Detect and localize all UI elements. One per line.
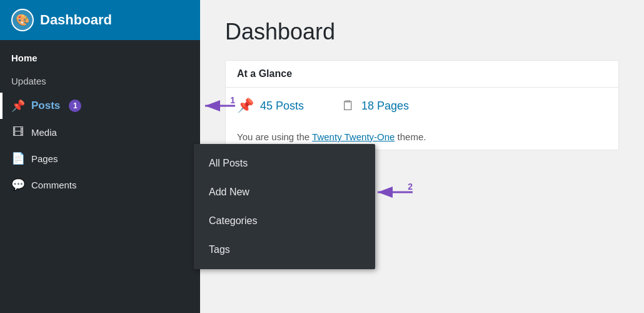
arrow2-annotation: 2 <box>371 182 414 203</box>
pages-stat-link[interactable]: 18 Pages <box>361 100 409 113</box>
posts-icon: 📌 <box>11 99 25 113</box>
pages-stat-icon: 🗒 <box>341 98 355 114</box>
svg-text:2: 2 <box>408 182 413 192</box>
svg-text:1: 1 <box>230 95 235 105</box>
posts-badge: 1 <box>69 100 81 112</box>
categories-label: Categories <box>209 215 257 227</box>
widget-body: 📌 45 Posts 🗒 18 Pages <box>226 88 618 124</box>
posts-stat-link[interactable]: 45 Posts <box>260 100 304 113</box>
sidebar: 🎨 Dashboard Home Updates 📌 Posts 1 <box>0 0 200 313</box>
sidebar-title: Dashboard <box>40 12 112 28</box>
at-a-glance-widget: At a Glance 📌 45 Posts 🗒 18 Pages You ar… <box>225 60 619 150</box>
sidebar-item-media[interactable]: 🎞 Media <box>0 119 200 145</box>
theme-text-prefix: You are using the <box>237 131 312 142</box>
sidebar-item-updates[interactable]: Updates <box>0 69 200 93</box>
page-title: Dashboard <box>225 19 619 45</box>
home-label: Home <box>11 53 38 63</box>
pages-stat: 🗒 18 Pages <box>341 98 409 114</box>
sidebar-item-comments[interactable]: 💬 Comments <box>0 172 200 198</box>
comments-icon: 💬 <box>11 178 25 192</box>
comments-label: Comments <box>31 180 77 190</box>
sidebar-item-pages[interactable]: 📄 Pages <box>0 145 200 172</box>
posts-stat-icon: 📌 <box>237 98 254 114</box>
arrow1-annotation: 1 <box>199 95 236 116</box>
sidebar-nav: Home Updates 📌 Posts 1 1 🎞 <box>0 40 200 198</box>
pages-icon: 📄 <box>11 151 25 165</box>
updates-label: Updates <box>11 76 46 86</box>
add-new-label: Add New <box>209 187 249 198</box>
posts-label: Posts <box>31 100 60 112</box>
submenu-item-tags[interactable]: Tags <box>194 235 375 264</box>
media-icon: 🎞 <box>11 125 25 139</box>
all-posts-label: All Posts <box>209 158 248 169</box>
widget-header: At a Glance <box>226 61 618 88</box>
submenu-item-add-new[interactable]: Add New 2 <box>194 178 375 207</box>
svg-text:🎨: 🎨 <box>16 13 30 27</box>
media-label: Media <box>31 127 57 138</box>
tags-label: Tags <box>209 244 230 255</box>
pages-label: Pages <box>31 153 58 164</box>
theme-text-suffix: theme. <box>395 131 426 142</box>
posts-stat: 📌 45 Posts <box>237 98 304 114</box>
posts-submenu: All Posts Add New 2 Categories Tags <box>194 144 375 269</box>
sidebar-header[interactable]: 🎨 Dashboard <box>0 0 200 40</box>
wp-logo-icon: 🎨 <box>11 9 34 31</box>
sidebar-item-posts[interactable]: 📌 Posts 1 1 <box>0 93 200 119</box>
submenu-item-categories[interactable]: Categories <box>194 207 375 235</box>
sidebar-item-home[interactable]: Home <box>0 46 200 69</box>
submenu-item-all-posts[interactable]: All Posts <box>194 149 375 178</box>
theme-link[interactable]: Twenty Twenty-One <box>312 131 395 142</box>
